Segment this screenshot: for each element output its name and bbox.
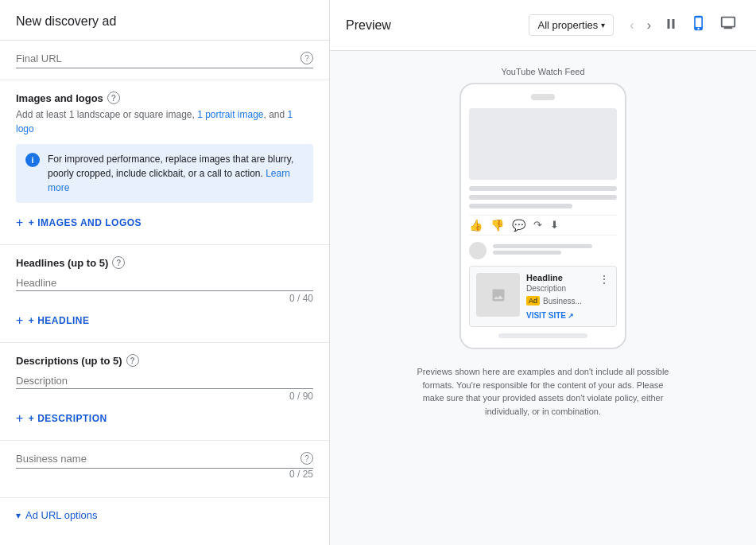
external-link-icon: ↗ — [568, 312, 574, 320]
visit-site-button[interactable]: VISIT SITE ↗ — [526, 311, 592, 320]
dropdown-chevron-icon: ▾ — [601, 21, 605, 29]
phone-mockup: 👍 👎 💬 ↷ ⬇ Headline — [459, 83, 626, 349]
preview-footer: Previews shown here are examples and don… — [416, 365, 670, 418]
business-name-char-count: 0 / 25 — [16, 469, 313, 480]
left-panel: New discovery ad ? Images and logos ? Ad… — [0, 0, 330, 545]
final-url-help-icon[interactable]: ? — [300, 52, 313, 64]
business-name-help-icon[interactable]: ? — [300, 452, 313, 465]
add-description-button[interactable]: + + DESCRIPTION — [16, 408, 107, 429]
descriptions-section: Descriptions (up to 5) ? 0 / 90 + + DESC… — [0, 343, 329, 441]
right-panel: Preview All properties ▾ ‹ › YouTube Wat… — [330, 0, 756, 545]
text-line-1 — [469, 186, 617, 191]
user-line-1 — [493, 244, 592, 248]
description-input[interactable] — [16, 375, 313, 387]
images-logos-heading: Images and logos ? — [16, 91, 313, 104]
text-line-2 — [469, 195, 617, 200]
descriptions-help-icon[interactable]: ? — [126, 354, 139, 367]
ad-card-menu-icon[interactable]: ⋮ — [599, 273, 610, 286]
svg-rect-0 — [668, 19, 670, 29]
portrait-image-link[interactable]: 1 portrait image — [197, 109, 263, 120]
descriptions-heading: Descriptions (up to 5) ? — [16, 354, 313, 367]
ad-image-placeholder — [469, 108, 617, 180]
ad-card-thumbnail — [476, 273, 520, 317]
info-icon: i — [25, 153, 40, 167]
headlines-section: Headlines (up to 5) ? 0 / 40 + + HEADLIN… — [0, 245, 329, 343]
headline-char-count: 0 / 40 — [16, 293, 313, 304]
ad-business-label: Business... — [543, 297, 582, 306]
description-char-count: 0 / 90 — [16, 391, 313, 402]
headlines-heading: Headlines (up to 5) ? — [16, 256, 313, 269]
preview-area: YouTube Watch Feed 👍 👎 💬 ↷ ⬇ — [330, 51, 756, 545]
nav-controls: ‹ › — [626, 11, 740, 39]
thumbs-up-icon[interactable]: 👍 — [469, 219, 483, 232]
info-box: i For improved performance, replace imag… — [16, 144, 313, 203]
add-headline-button[interactable]: + + HEADLINE — [16, 310, 90, 331]
ad-card: Headline Description Ad Business... VISI… — [469, 266, 617, 327]
chevron-down-icon: ▾ — [16, 510, 21, 521]
images-logos-section: Images and logos ? Add at least 1 landsc… — [0, 80, 329, 245]
pause-button[interactable] — [661, 14, 681, 37]
ad-card-title: Headline — [526, 273, 592, 282]
add-images-logos-button[interactable]: + + IMAGES AND LOGOS — [16, 212, 142, 233]
final-url-input[interactable] — [16, 53, 300, 64]
headlines-help-icon[interactable]: ? — [112, 256, 125, 269]
ad-badge: Ad — [526, 296, 540, 306]
bottom-bar — [498, 333, 587, 338]
ad-card-description: Description — [526, 284, 592, 293]
prev-button[interactable]: ‹ — [626, 15, 637, 36]
ad-url-section: ▾ Ad URL options — [0, 498, 329, 532]
share-icon[interactable]: ↷ — [533, 219, 542, 232]
properties-dropdown[interactable]: All properties ▾ — [529, 14, 614, 36]
svg-rect-1 — [673, 19, 675, 29]
images-logos-subtext: Add at least 1 landscape or square image… — [16, 107, 313, 136]
ad-url-toggle[interactable]: ▾ Ad URL options — [16, 509, 313, 521]
action-icons-row: 👍 👎 💬 ↷ ⬇ — [469, 215, 617, 236]
final-url-section: ? — [0, 41, 329, 80]
user-line-2 — [493, 251, 561, 255]
desktop-device-button[interactable] — [716, 11, 740, 39]
ad-text-lines — [469, 186, 617, 208]
user-row — [469, 242, 617, 259]
thumbs-down-icon[interactable]: 👎 — [490, 219, 504, 232]
user-avatar — [469, 242, 487, 259]
comment-icon[interactable]: 💬 — [512, 219, 525, 232]
next-button[interactable]: › — [644, 15, 654, 36]
business-name-input[interactable] — [16, 453, 300, 465]
headline-input[interactable] — [16, 277, 313, 289]
ad-card-content: Headline Description Ad Business... VISI… — [526, 273, 592, 320]
save-icon[interactable]: ⬇ — [550, 219, 559, 232]
preview-title: Preview — [346, 18, 391, 33]
business-name-section: ? 0 / 25 — [0, 441, 329, 498]
panel-title: New discovery ad — [0, 0, 329, 41]
mobile-device-button[interactable] — [688, 12, 710, 38]
text-line-3 — [469, 204, 572, 208]
user-lines — [493, 244, 617, 257]
feed-label: YouTube Watch Feed — [501, 67, 584, 76]
preview-header: Preview All properties ▾ ‹ › — [330, 0, 756, 51]
info-text: For improved performance, replace images… — [48, 152, 304, 195]
images-logos-help-icon[interactable]: ? — [107, 91, 120, 104]
phone-notch — [531, 94, 555, 100]
